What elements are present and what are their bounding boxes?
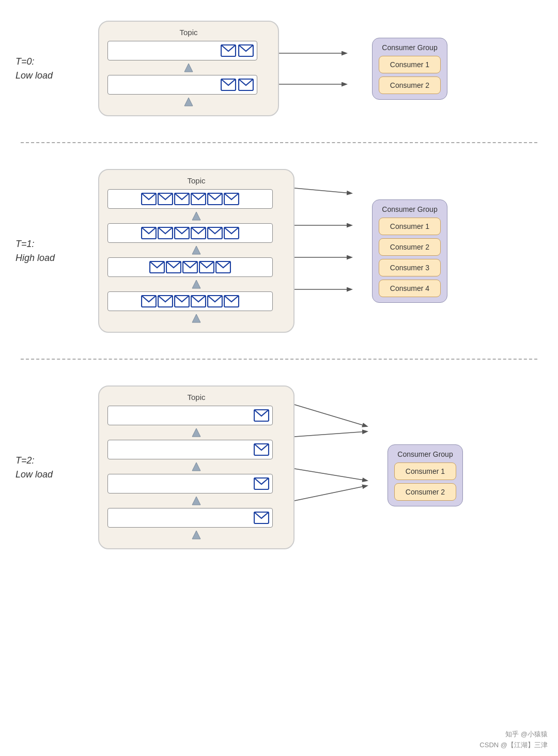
partition [107,41,257,60]
svg-marker-44 [192,497,200,505]
partition [107,474,273,493]
partition-row [107,223,285,243]
arrow-up [107,313,285,323]
scenario-t1-label: T=1: High load [16,237,98,265]
connectors-t0 [279,35,372,102]
consumer-box: Consumer 1 [379,218,441,235]
consumer-group-t2: Consumer Group Consumer 1 Consumer 2 [388,444,463,506]
svg-marker-5 [184,98,193,106]
scenario-t1: T=1: High load Topic [0,159,558,343]
svg-marker-42 [192,462,200,471]
topic-label-t1: Topic [107,176,285,185]
arrow-up [107,97,270,107]
partition [107,223,273,243]
svg-line-48 [295,431,367,437]
svg-marker-34 [192,314,200,322]
partition [107,508,273,528]
arrow-up [107,496,285,506]
consumer-box: Consumer 2 [379,76,441,94]
main-container: T=0: Low load Topic [0,0,558,570]
svg-marker-21 [192,246,200,254]
partition [107,291,273,311]
scenario-t2-label: T=2: Low load [16,454,98,482]
svg-marker-2 [184,64,193,72]
partition [107,440,273,459]
svg-marker-46 [192,531,200,539]
topic-box-t0: Topic [98,21,279,116]
consumer-group-label: Consumer Group [379,43,441,52]
topic-label-t0: Topic [107,28,270,37]
consumer-group-label: Consumer Group [394,450,456,458]
arrow-up [107,427,285,438]
consumer-group-label: Consumer Group [379,205,441,213]
partition-row [107,189,285,209]
svg-marker-27 [192,280,200,288]
scenario-t0-label: T=0: Low load [16,55,98,83]
topic-box-t1: Topic [98,169,295,333]
arrow-up [107,211,285,221]
arrow-up [107,63,270,73]
consumer-group-t1: Consumer Group Consumer 1 Consumer 2 Con… [372,199,447,303]
consumer-box: Consumer 1 [394,462,456,480]
arrow-up [107,530,285,540]
partition-row [107,257,285,277]
connectors-t2 [295,390,388,545]
partition-row [107,508,285,528]
partition-row [107,474,285,493]
arrow-up [107,279,285,289]
scenario-t0: T=0: Low load Topic [0,10,558,127]
partition [107,189,273,209]
partition-row [107,41,270,60]
connectors-t1 [295,174,372,329]
svg-line-50 [295,486,367,501]
consumer-box: Consumer 3 [379,259,441,276]
svg-marker-40 [192,428,200,437]
partition-row [107,440,285,459]
svg-line-47 [295,405,367,426]
consumer-group-t0: Consumer Group Consumer 1 Consumer 2 [372,38,447,100]
consumer-box: Consumer 1 [379,56,441,73]
partition [107,75,257,95]
partition-row [107,291,285,311]
divider-2 [21,359,537,360]
divider-1 [21,142,537,143]
partition-row [107,75,270,95]
partition [107,257,273,277]
partition [107,406,273,425]
topic-box-t2: Topic [98,385,295,549]
consumer-box: Consumer 4 [379,280,441,297]
scenario-t2: T=2: Low load Topic [0,375,558,560]
consumer-box: Consumer 2 [394,483,456,501]
partition-row [107,406,285,425]
watermark: 知乎 @小猿猿 CSDN @【江湖】三津 [479,729,548,751]
topic-label-t2: Topic [107,393,285,402]
consumer-box: Consumer 2 [379,238,441,256]
svg-marker-14 [192,212,200,220]
svg-line-35 [295,188,351,193]
arrow-up [107,245,285,255]
svg-line-49 [295,469,367,481]
arrow-up [107,461,285,472]
